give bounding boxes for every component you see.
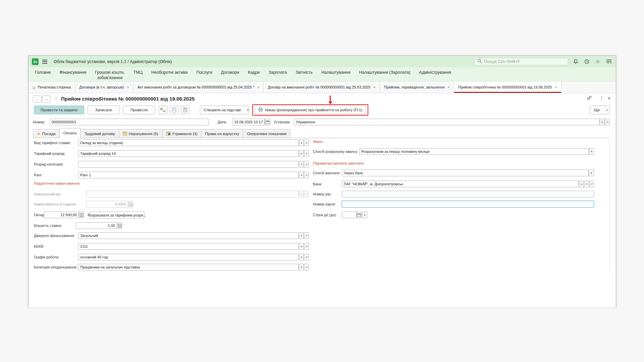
valid-until-calendar-icon[interactable]: [357, 212, 362, 218]
work-schedule-input[interactable]: основний 40 год: [78, 254, 299, 260]
window-tab-2[interactable]: Акт виконаних робіт за договором № 00000…: [133, 81, 264, 93]
valid-until-clear-icon[interactable]: ×: [362, 212, 367, 218]
main-menu-burger-icon[interactable]: [42, 60, 47, 64]
pay-method-input[interactable]: Через банк: [342, 170, 589, 176]
valid-until-input[interactable]: . .: [342, 212, 357, 218]
nav-forward-button[interactable]: →: [42, 96, 51, 103]
tariff-type-open-icon[interactable]: ↗: [304, 139, 309, 146]
post-button[interactable]: Провести: [123, 106, 155, 114]
kekv-input[interactable]: 2111: [78, 243, 299, 250]
window-tab-1[interactable]: Договори (в т.ч. авторські)×: [75, 81, 133, 93]
form-tab-1[interactable]: Оплата: [59, 128, 81, 138]
menu-item-7[interactable]: Кадри: [244, 69, 264, 76]
tax-category-input[interactable]: Працівники на загальних підставах: [78, 264, 299, 270]
chevron-down-icon[interactable]: ▾: [604, 109, 610, 112]
window-tab-0[interactable]: ⌂Початкова сторінка: [29, 81, 75, 93]
number-input[interactable]: 000000000001: [50, 119, 209, 125]
funding-source-dropdown-icon[interactable]: ▾: [299, 232, 304, 239]
tab-close-icon[interactable]: ×: [257, 85, 259, 89]
employee-card-icon[interactable]: [181, 106, 190, 114]
funding-source-input[interactable]: Загальний: [78, 232, 299, 239]
menu-item-12[interactable]: Адміністрування: [415, 69, 455, 76]
salary-calculator-icon[interactable]: [79, 212, 84, 218]
tab-close-icon[interactable]: ×: [555, 85, 557, 89]
print-order-p1-button[interactable]: Наказ (розпорядження) про прийняття на р…: [255, 106, 366, 114]
menu-item-10[interactable]: Налаштування: [317, 69, 355, 76]
organization-open-icon[interactable]: ↗: [605, 119, 610, 125]
menu-item-4[interactable]: Необоротні активи: [147, 69, 192, 76]
chevron-down-icon[interactable]: ▾: [245, 109, 251, 112]
document-structure-icon[interactable]: [170, 106, 178, 114]
date-input[interactable]: 19.08.2025 10:17:28: [232, 119, 265, 125]
window-tab-3[interactable]: Договір на виконання робіт № 00000000000…: [264, 81, 380, 93]
card-number-input[interactable]: [342, 201, 594, 207]
tariff-grade-dropdown-icon[interactable]: ▾: [299, 150, 304, 157]
menu-item-11[interactable]: Налаштування (Зарплата): [355, 69, 415, 76]
organization-dropdown-icon[interactable]: ▾: [600, 119, 605, 125]
window-tab-5[interactable]: Прийом співробітника № 000000000001 від …: [454, 81, 561, 93]
tab-close-icon[interactable]: ×: [373, 85, 375, 89]
date-calendar-icon[interactable]: [265, 119, 270, 125]
grade-category-input[interactable]: [78, 161, 299, 168]
bank-clear-icon[interactable]: ×: [584, 181, 589, 187]
form-tab-3[interactable]: Нарахування (5): [119, 129, 162, 138]
app-logo-1c-icon[interactable]: 1c: [32, 58, 39, 65]
form-tab-2[interactable]: Трудовий договір: [80, 129, 119, 138]
rate-count-input[interactable]: 1,00: [76, 222, 117, 229]
bank-input[interactable]: ПАТ "НОВИЙ", м. Дніпропетровськ: [342, 181, 579, 187]
nav-back-button[interactable]: ←: [33, 96, 42, 103]
tariff-grade-input[interactable]: Тарифний розряд 14: [78, 150, 299, 157]
tariff-grade-open-icon[interactable]: ↗: [304, 150, 309, 157]
kekv-open-icon[interactable]: ↗: [304, 243, 309, 250]
pay-method-dropdown-icon[interactable]: ▾: [589, 170, 594, 176]
bank-dropdown-icon[interactable]: ▾: [579, 181, 584, 187]
menu-item-0[interactable]: Головне: [31, 69, 55, 76]
more-actions-button[interactable]: Ще ▾: [590, 106, 610, 114]
menu-item-9[interactable]: Звітність: [291, 69, 317, 76]
tariff-type-input[interactable]: Оклад за місяць (години): [78, 139, 299, 146]
grade-category-dropdown-icon[interactable]: ▾: [299, 161, 304, 168]
rank-dropdown-icon[interactable]: ▾: [299, 172, 304, 178]
form-tab-0[interactable]: ★Посада: [33, 129, 60, 138]
favorite-star-icon[interactable]: ☆: [53, 95, 58, 102]
show-postings-dtkt-icon[interactable]: ДтКт: [159, 106, 167, 114]
rank-input[interactable]: Ранг 1: [78, 172, 299, 178]
account-number-input[interactable]: [342, 191, 594, 197]
tab-close-icon[interactable]: ×: [447, 85, 449, 89]
form-tab-4[interactable]: Утримання (3): [162, 129, 202, 138]
tariff-type-dropdown-icon[interactable]: ▾: [299, 139, 304, 146]
save-button[interactable]: Записати: [88, 106, 119, 114]
work-schedule-open-icon[interactable]: ↗: [304, 254, 309, 260]
advance-method-dropdown-icon[interactable]: ▾: [589, 148, 594, 155]
post-and-close-button[interactable]: Провести та закрити: [34, 106, 84, 114]
menu-item-5[interactable]: Послуги: [192, 69, 216, 76]
service-menu-icon[interactable]: [605, 59, 612, 64]
more-kebab-icon[interactable]: ⋮: [599, 95, 604, 102]
kekv-dropdown-icon[interactable]: ▾: [299, 243, 304, 250]
notifications-bell-icon[interactable]: [572, 59, 579, 64]
global-search-input[interactable]: Пошук Ctrl+Shift+F: [474, 58, 568, 65]
work-schedule-dropdown-icon[interactable]: ▾: [299, 254, 304, 260]
form-tab-6[interactable]: Оперативні показники: [243, 129, 290, 138]
form-tab-5[interactable]: Права на відпустку: [201, 129, 243, 138]
tab-close-icon[interactable]: ×: [127, 85, 129, 89]
advance-method-input[interactable]: Розрахунком за першу половину місяця: [359, 148, 589, 155]
menu-item-6[interactable]: Договори: [217, 69, 244, 76]
calc-by-tariff-button[interactable]: Розрахувати за тарифним розря...: [89, 212, 145, 219]
funding-source-open-icon[interactable]: ↗: [304, 232, 309, 239]
menu-item-2[interactable]: Грошові кошти, зобов'язання: [91, 69, 129, 81]
organization-input[interactable]: Управління: [294, 119, 600, 125]
menu-item-8[interactable]: Зарплата: [264, 69, 291, 76]
create-based-on-button[interactable]: Створити на підставі ▾: [200, 106, 249, 114]
tax-category-open-icon[interactable]: ↗: [304, 264, 309, 270]
rate-count-calculator-icon[interactable]: [117, 222, 122, 229]
window-tab-4[interactable]: Прийоми, переведення, звільнення×: [380, 81, 454, 93]
grade-category-open-icon[interactable]: ↗: [304, 161, 309, 168]
history-icon[interactable]: [583, 59, 590, 64]
get-link-icon[interactable]: [587, 95, 592, 102]
close-form-icon[interactable]: ×: [608, 95, 610, 102]
rank-open-icon[interactable]: ↗: [304, 172, 309, 178]
menu-item-1[interactable]: Фінансування: [55, 69, 91, 76]
salary-input[interactable]: 12 500,00: [44, 212, 79, 218]
menu-item-3[interactable]: ТМЦ: [129, 69, 147, 76]
